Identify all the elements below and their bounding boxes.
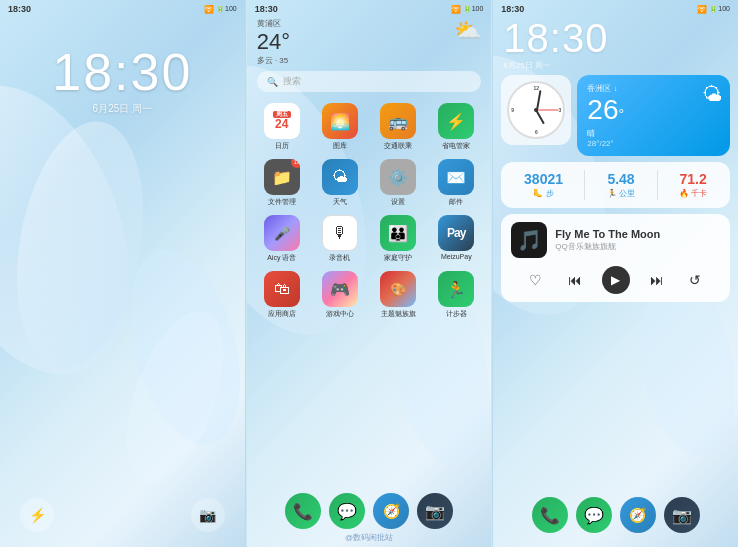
app-recorder[interactable]: 🎙 录音机 [313,215,367,263]
app-theme[interactable]: 🎨 主题魅族旗 [371,271,425,319]
app-grid: 周五 24 日历 🌅 图库 🚌 交通联乘 ⚡ 省电管家 10 📁 [247,97,492,325]
watermark: @数码闲批站 [345,532,393,543]
app-mail[interactable]: ✉️ 邮件 [429,159,483,207]
lock-big-time: 18:30 [0,46,245,98]
gallery-label: 图库 [333,141,347,151]
panel3-date: 6月25日 周一 [503,60,728,71]
widget-area: 12 3 6 9 香洲区 ↓ 26° 晴 28°/22° 🌤 [493,73,738,304]
search-bar[interactable]: 🔍 搜索 [257,71,482,92]
clock-face: 12 3 6 9 [507,81,565,139]
wc-temp: 26 [587,94,618,125]
search-icon: 🔍 [267,77,278,87]
clock-num-3: 3 [559,107,562,113]
music-repeat-button[interactable]: ↺ [683,268,707,292]
status-time-3: 18:30 [501,4,524,14]
status-bar-panel1: 18:30 🛜 🔋100 [0,0,245,16]
dock-camera[interactable]: 📷 [417,493,453,529]
app-transit[interactable]: 🚌 交通联乘 [371,103,425,151]
music-heart-button[interactable]: ♡ [524,268,548,292]
music-widget: 🎵 Fly Me To The Moon QQ音乐魅族旗舰 ♡ ⏮ ▶ ⏭ ↺ [501,214,730,302]
clock-center-dot [534,108,538,112]
calendar-badge: 周五 24 [273,111,291,131]
lock-date: 6月25日 周一 [0,102,245,116]
clock-num-6: 6 [535,129,538,135]
music-next-button[interactable]: ⏭ [645,268,669,292]
calendar-label: 日历 [275,141,289,151]
weather-area-label: 黄浦区 24° 多云 · 35 [257,18,290,66]
aicy-icon: 🎤 [264,215,300,251]
widget-screen-panel: 18:30 🛜 🔋100 18:30 6月25日 周一 12 3 6 9 [493,0,738,547]
aicy-label: Aicy 语音 [267,253,296,263]
flashlight-button[interactable]: ⚡ [20,498,54,532]
weather-area: 黄浦区 [257,18,290,29]
app-gamecenter[interactable]: 🎮 游戏中心 [313,271,367,319]
app-meizupay[interactable]: Pay MeizuPay [429,215,483,263]
status-bar-panel3: 18:30 🛜 🔋100 [493,0,738,16]
theme-label: 主题魅族旗 [381,309,416,319]
meizupay-label: MeizuPay [441,253,472,260]
clock-num-9: 9 [511,107,514,113]
music-prev-button[interactable]: ⏮ [563,268,587,292]
widget-dock-phone[interactable]: 📞 [532,497,568,533]
files-icon: 10 📁 [264,159,300,195]
fitness-divider-1 [584,170,585,200]
lock-bottom-icons: ⚡ 📷 [0,498,245,532]
status-bar-panel2: 18:30 🛜 🔋100 [247,0,492,16]
status-icons-2: 🛜 🔋100 [451,5,484,14]
widget-dock-message[interactable]: 💬 [576,497,612,533]
weather-card-widget: 香洲区 ↓ 26° 晴 28°/22° 🌤 [577,75,730,156]
app-family[interactable]: 👪 家庭守护 [371,215,425,263]
app-calendar[interactable]: 周五 24 日历 [255,103,309,151]
battery-icon-2: 🔋100 [463,5,484,13]
battery-icon-1: 🔋100 [216,5,237,13]
status-icons-1: 🛜 🔋100 [204,5,237,14]
dock-message[interactable]: 💬 [329,493,365,529]
fitness-divider-2 [657,170,658,200]
signal-icon-1: 🛜 [204,5,214,14]
battery-icon-3: 🔋100 [709,5,730,13]
app-charge[interactable]: ⚡ 省电管家 [429,103,483,151]
wc-temp-row: 26° [587,94,720,126]
gamecenter-label: 游戏中心 [326,309,354,319]
weather-card-icon: 🌤 [702,83,722,106]
fitness-widget: 38021 🦶 步 5.48 🏃 公里 71.2 🔥 千卡 [501,162,730,208]
app-gallery[interactable]: 🌅 图库 [313,103,367,151]
search-placeholder: 搜索 [283,75,301,88]
widget-dock: 📞 💬 🧭 📷 [493,491,738,539]
music-play-button[interactable]: ▶ [602,266,630,294]
fitness-label: 计步器 [446,309,467,319]
lock-time-display: 18:30 6月25日 周一 [0,46,245,116]
cal-value: 71.2 [679,171,707,187]
dock-browser[interactable]: 🧭 [373,493,409,529]
app-files[interactable]: 10 📁 文件管理 [255,159,309,207]
family-label: 家庭守护 [384,253,412,263]
steps-value: 38021 [524,171,563,187]
panel3-big-time: 18:30 [503,18,728,58]
fitness-km: 5.48 🏃 公里 [607,171,635,199]
app-weather[interactable]: 🌤 天气 [313,159,367,207]
camera-lock-button[interactable]: 📷 [191,498,225,532]
app-fitness[interactable]: 🏃 计步器 [429,271,483,319]
widget-dock-camera[interactable]: 📷 [664,497,700,533]
mail-label: 邮件 [449,197,463,207]
gamecenter-icon: 🎮 [322,271,358,307]
app-shop[interactable]: 🛍 应用商店 [255,271,309,319]
settings-icon: ⚙️ [380,159,416,195]
cal-day: 24 [275,118,288,131]
status-time-1: 18:30 [8,4,31,14]
transit-icon: 🚌 [380,103,416,139]
gallery-icon: 🌅 [322,103,358,139]
app-aicy[interactable]: 🎤 Aicy 语音 [255,215,309,263]
dock-phone[interactable]: 📞 [285,493,321,529]
shop-label: 应用商店 [268,309,296,319]
wc-degree: ° [619,106,625,122]
status-icons-3: 🛜 🔋100 [697,5,730,14]
widget-dock-browser[interactable]: 🧭 [620,497,656,533]
wc-range: 28°/22° [587,139,720,148]
shop-icon: 🛍 [264,271,300,307]
status-time-2: 18:30 [255,4,278,14]
theme-icon: 🎨 [380,271,416,307]
wc-desc: 晴 [587,128,720,139]
weather-app-icon: 🌤 [322,159,358,195]
app-settings[interactable]: ⚙️ 设置 [371,159,425,207]
